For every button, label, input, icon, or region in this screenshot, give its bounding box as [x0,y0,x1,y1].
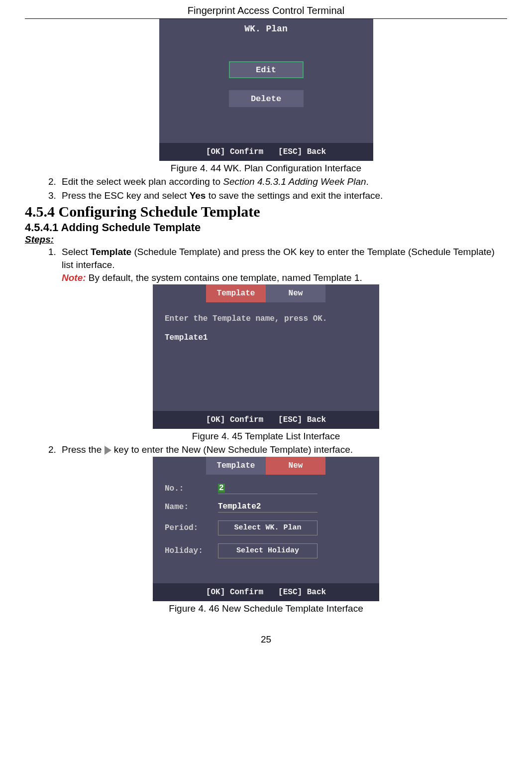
step-3: Press the ESC key and select Yes to save… [59,189,507,203]
esc-hint: [ESC] Back [278,147,326,156]
page-header: Fingerprint Access Control Terminal [25,0,507,19]
note-label: Note: [62,272,86,283]
template-entry[interactable]: Template1 [153,323,379,342]
tab-spacer-right [325,457,379,475]
step-2: Edit the select week plan according to S… [59,175,507,189]
new-template-screen: Template New No.: 2 Name: Template2 Peri… [153,457,379,601]
edit-button[interactable]: Edit [229,61,304,78]
tab-spacer [153,284,206,302]
section-454: 4.5.4 Configuring Schedule Template [25,203,507,220]
delete-button[interactable]: Delete [229,90,304,107]
label-holiday: Holiday: [165,546,212,555]
esc-hint: [ESC] Back [278,415,326,424]
screen-footer: [OK] Confirm [ESC] Back [153,583,379,601]
step-1: Select Template (Schedule Template) and … [59,245,507,284]
ok-hint: [OK] Confirm [206,147,263,156]
screen-footer: [OK] Confirm [ESC] Back [153,411,379,429]
figure-caption-45: Figure 4. 45 Template List Interface [25,431,507,442]
step-2b: Press the key to enter the New (New Sche… [59,443,507,457]
period-select[interactable]: Select WK. Plan [218,521,318,535]
label-name: Name: [165,503,212,512]
figure-caption-44: Figure 4. 44 WK. Plan Configuration Inte… [25,163,507,174]
wk-plan-screen: WK. Plan Edit Delete [OK] Confirm [ESC] … [159,19,373,161]
screen-footer: [OK] Confirm [ESC] Back [159,143,373,161]
esc-hint: [ESC] Back [278,588,326,597]
steps-label: Steps: [25,234,507,245]
tab-new[interactable]: New [266,457,325,475]
figure-caption-46: Figure 4. 46 New Schedule Template Inter… [25,603,507,614]
label-period: Period: [165,523,212,532]
prompt-text: Enter the Template name, press OK. [153,302,379,323]
name-field[interactable]: Template2 [218,502,261,511]
right-arrow-icon [105,446,111,455]
screen-title: WK. Plan [159,19,373,34]
tab-spacer [153,457,206,475]
holiday-select[interactable]: Select Holiday [218,543,318,558]
tab-template[interactable]: Template [206,457,266,475]
label-no: No.: [165,484,212,493]
template-list-screen: Template New Enter the Template name, pr… [153,284,379,429]
ok-hint: [OK] Confirm [206,588,263,597]
tab-template[interactable]: Template [206,284,266,302]
tab-new[interactable]: New [266,284,325,302]
section-4541: 4.5.4.1 Adding Schedule Template [25,221,507,234]
tab-spacer-right [325,284,379,302]
ok-hint: [OK] Confirm [206,415,263,424]
page-number: 25 [25,634,507,655]
no-field[interactable]: 2 [218,484,225,493]
